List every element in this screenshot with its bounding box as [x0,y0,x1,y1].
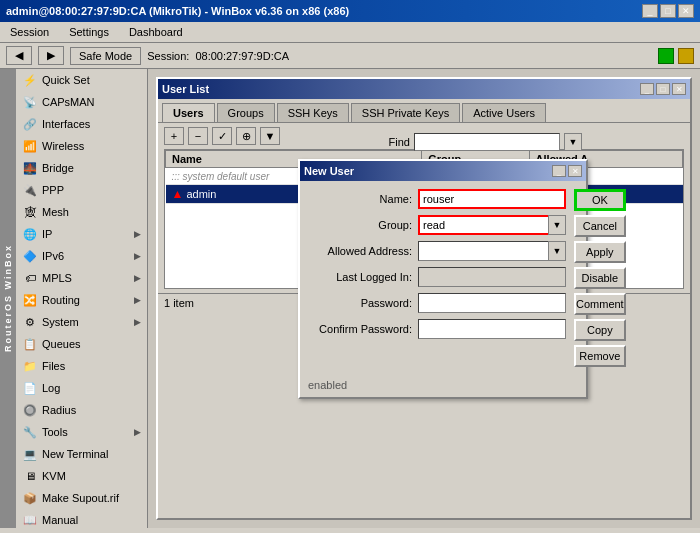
find-bar: Find ▼ [389,133,582,151]
sidebar-item-log[interactable]: 📄 Log [16,377,147,399]
password-row: Password: [308,293,566,313]
manual-icon: 📖 [22,512,38,528]
add-button[interactable]: + [164,127,184,145]
sidebar-item-ppp[interactable]: 🔌 PPP [16,179,147,201]
edit-button[interactable]: ✓ [212,127,232,145]
last-logged-in-label: Last Logged In: [308,271,418,283]
sidebar-label-mesh: Mesh [42,206,69,218]
minimize-button[interactable]: _ [642,4,658,18]
sidebar-item-system[interactable]: ⚙ System ▶ [16,311,147,333]
allowed-address-input[interactable] [418,241,566,261]
new-user-minimize-button[interactable]: _ [552,165,566,177]
copy-button[interactable]: ⊕ [236,127,256,145]
disable-button[interactable]: Disable [574,267,626,289]
sidebar-item-routing[interactable]: 🔀 Routing ▶ [16,289,147,311]
user-list-maximize-button[interactable]: □ [656,83,670,95]
confirm-password-input[interactable] [418,319,566,339]
sidebar-item-mesh[interactable]: 🕸 Mesh [16,201,147,223]
find-input[interactable] [414,133,560,151]
group-select-wrap: read write full ▼ [418,215,566,235]
new-user-dialog: New User _ ✕ Find ▼ Name: [298,159,588,399]
menu-dashboard[interactable]: Dashboard [123,24,189,40]
sidebar-label-routing: Routing [42,294,80,306]
sidebar-item-queues[interactable]: 📋 Queues [16,333,147,355]
sidebar-item-files[interactable]: 📁 Files [16,355,147,377]
ppp-icon: 🔌 [22,182,38,198]
sidebar-label-ipv6: IPv6 [42,250,64,262]
tab-ssh-keys[interactable]: SSH Keys [277,103,349,122]
enabled-status: enabled [308,379,347,391]
password-label: Password: [308,297,418,309]
name-input[interactable] [418,189,566,209]
menu-settings[interactable]: Settings [63,24,115,40]
menu-session[interactable]: Session [4,24,55,40]
radius-icon: 🔘 [22,402,38,418]
sidebar-item-tools[interactable]: 🔧 Tools ▶ [16,421,147,443]
sidebar-label-quick-set: Quick Set [42,74,90,86]
user-list-close-button[interactable]: ✕ [672,83,686,95]
group-dropdown-arrow[interactable]: ▼ [548,215,566,235]
sidebar-label-tools: Tools [42,426,68,438]
sidebar-item-kvm[interactable]: 🖥 KVM [16,465,147,487]
cancel-button[interactable]: Cancel [574,215,626,237]
menu-bar: Session Settings Dashboard [0,22,700,43]
comment-button[interactable]: Comment [574,293,626,315]
wireless-icon: 📶 [22,138,38,154]
files-icon: 📁 [22,358,38,374]
allowed-address-row: Allowed Address: ▼ [308,241,566,261]
safe-mode-button[interactable]: Safe Mode [70,47,141,65]
group-select[interactable]: read write full [418,215,566,235]
sidebar-item-capsman[interactable]: 📡 CAPsMAN [16,91,147,113]
sidebar-item-ipv6[interactable]: 🔷 IPv6 ▶ [16,245,147,267]
sidebar-item-interfaces[interactable]: 🔗 Interfaces [16,113,147,135]
sidebar-item-make-supout[interactable]: 📦 Make Supout.rif [16,487,147,509]
sidebar-item-new-terminal[interactable]: 💻 New Terminal [16,443,147,465]
new-user-window-controls[interactable]: _ ✕ [552,165,582,177]
new-user-close-button[interactable]: ✕ [568,165,582,177]
filter-button[interactable]: ▼ [260,127,280,145]
dialog-buttons: OK Cancel Apply Disable Comment Copy Rem… [574,189,626,367]
ipv6-arrow-icon: ▶ [134,251,141,261]
remove-button[interactable]: Remove [574,345,626,367]
interfaces-icon: 🔗 [22,116,38,132]
find-arrow-button[interactable]: ▼ [564,133,582,151]
tab-ssh-private-keys[interactable]: SSH Private Keys [351,103,460,122]
nav-back-button[interactable]: ◀ [6,46,32,65]
allowed-address-dropdown-arrow[interactable]: ▼ [548,241,566,261]
capsman-icon: 📡 [22,94,38,110]
toolbar: ◀ ▶ Safe Mode Session: 08:00:27:97:9D:CA [0,43,700,69]
make-supout-icon: 📦 [22,490,38,506]
title-text: admin@08:00:27:97:9D:CA (MikroTik) - Win… [6,5,349,17]
sidebar-label-mpls: MPLS [42,272,72,284]
tab-groups[interactable]: Groups [217,103,275,122]
dialog-footer: enabled [300,375,586,397]
sidebar-item-wireless[interactable]: 📶 Wireless [16,135,147,157]
dialog-form: Name: Group: read write full [308,189,566,367]
user-list-window-controls[interactable]: _ □ ✕ [640,83,686,95]
tab-active-users[interactable]: Active Users [462,103,546,122]
kvm-icon: 🖥 [22,468,38,484]
close-button[interactable]: ✕ [678,4,694,18]
sidebar-item-quick-set[interactable]: ⚡ Quick Set [16,69,147,91]
nav-forward-button[interactable]: ▶ [38,46,64,65]
sidebar-item-radius[interactable]: 🔘 Radius [16,399,147,421]
dialog-body: Name: Group: read write full [300,181,586,375]
password-input[interactable] [418,293,566,313]
sidebar-item-ip[interactable]: 🌐 IP ▶ [16,223,147,245]
sidebar-item-bridge[interactable]: 🌉 Bridge [16,157,147,179]
user-list-minimize-button[interactable]: _ [640,83,654,95]
status-indicators [658,48,694,64]
maximize-button[interactable]: □ [660,4,676,18]
ok-button[interactable]: OK [574,189,626,211]
lock-status-indicator [678,48,694,64]
quick-set-icon: ⚡ [22,72,38,88]
sidebar-item-mpls[interactable]: 🏷 MPLS ▶ [16,267,147,289]
copy-button-dialog[interactable]: Copy [574,319,626,341]
tab-users[interactable]: Users [162,103,215,122]
title-controls[interactable]: _ □ ✕ [642,4,694,18]
sidebar-item-manual[interactable]: 📖 Manual [16,509,147,528]
confirm-password-label: Confirm Password: [308,323,418,335]
sidebar: ⚡ Quick Set 📡 CAPsMAN 🔗 Interfaces 📶 Wir… [16,69,148,528]
apply-button[interactable]: Apply [574,241,626,263]
delete-button[interactable]: − [188,127,208,145]
